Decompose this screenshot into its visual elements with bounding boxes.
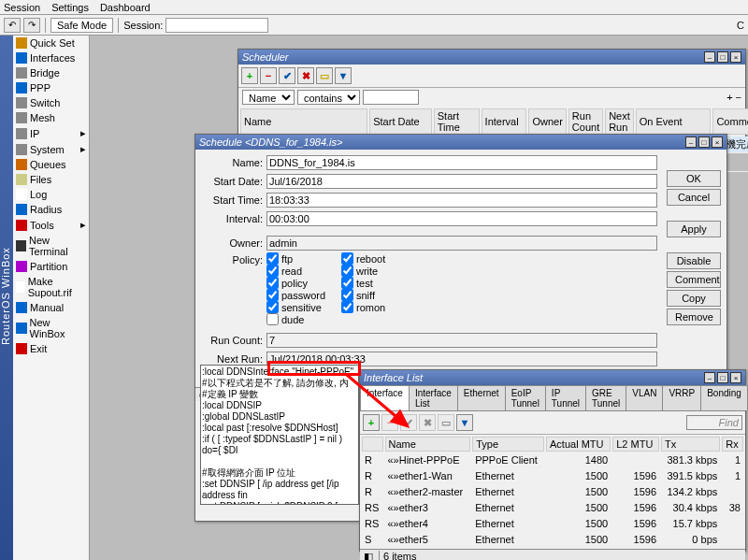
min-icon[interactable]: – (685, 136, 697, 148)
cancel-button[interactable]: Cancel (667, 189, 721, 206)
sidebar-item[interactable]: Tools▸ (13, 217, 89, 233)
policy-check[interactable]: password (266, 289, 341, 301)
remove-button[interactable]: − (381, 414, 398, 431)
policy-check[interactable]: sensitive (266, 301, 341, 313)
copy-button[interactable]: Copy (667, 290, 721, 307)
policy-check[interactable]: ftp (266, 252, 341, 265)
policy-checks: ftp reboot read write policy test passwo… (266, 252, 661, 325)
sidebar: Quick SetInterfacesBridgePPPSwitchMeshIP… (13, 36, 90, 560)
tab[interactable]: IP Tunnel (545, 385, 586, 410)
filter-op[interactable]: contains (297, 90, 360, 105)
min-icon[interactable]: – (704, 372, 715, 383)
apply-button[interactable]: Apply (667, 221, 721, 237)
iface-tabs: InterfaceInterface ListEthernetEoIP Tunn… (360, 385, 745, 411)
sidebar-item[interactable]: New WinBox (13, 315, 89, 341)
tab[interactable]: Bonding (700, 385, 748, 410)
scheduler-titlebar[interactable]: Scheduler –□× (238, 50, 745, 65)
table-row[interactable]: R«»ether2-masterEthernet15001596134.2 kb… (362, 485, 743, 499)
add-button[interactable]: + (363, 414, 380, 431)
policy-check[interactable]: policy (266, 277, 341, 289)
disable-button[interactable]: ✖ (419, 414, 436, 431)
startdate-input[interactable] (266, 174, 657, 189)
disable-button[interactable]: ✖ (297, 67, 314, 84)
sidebar-item[interactable]: Make Supout.rif (13, 274, 89, 300)
close-icon[interactable]: × (730, 372, 741, 383)
interval-input[interactable] (266, 211, 657, 226)
iface-titlebar[interactable]: Interface List –□× (360, 370, 745, 385)
comment-button[interactable]: ▭ (316, 67, 333, 84)
edit-titlebar[interactable]: Schedule <DDNS_for_1984.is> –□× (195, 135, 726, 150)
menu-settings[interactable]: Settings (51, 2, 89, 13)
remove-button[interactable]: − (260, 67, 277, 84)
sidebar-item[interactable]: Exit (13, 341, 89, 356)
tab[interactable]: VRRP (662, 385, 701, 410)
sidebar-item[interactable]: Quick Set (13, 36, 89, 50)
sidebar-item[interactable]: Switch (13, 95, 89, 110)
sidebar-item[interactable]: PPP (13, 80, 89, 95)
policy-check[interactable]: romon (341, 301, 416, 313)
session-label: Session: (123, 20, 163, 31)
filter-add[interactable]: + (726, 92, 732, 103)
min-icon[interactable]: – (704, 51, 715, 63)
sidebar-item[interactable]: Log (13, 187, 89, 202)
remove-button[interactable]: Remove (667, 309, 721, 325)
sidebar-item[interactable]: Mesh (13, 110, 89, 125)
tab[interactable]: Interface List (409, 385, 458, 410)
sidebar-item[interactable]: Radius (13, 202, 89, 217)
sidebar-item[interactable]: Manual (13, 300, 89, 315)
close-icon[interactable]: × (712, 136, 723, 148)
filter-field[interactable]: Name (242, 90, 295, 105)
undo-button[interactable]: ↶ (4, 18, 21, 33)
policy-check[interactable]: test (341, 277, 416, 289)
table-row[interactable]: RS«»ether4Ethernet1500159615.7 kbps (362, 517, 743, 531)
filter-value[interactable] (363, 90, 419, 105)
sidebar-item[interactable]: Partition (13, 259, 89, 274)
ok-button[interactable]: OK (667, 170, 721, 187)
close-icon[interactable]: × (730, 51, 741, 63)
sidebar-item[interactable]: Bridge (13, 65, 89, 80)
sidebar-item[interactable]: Interfaces (13, 50, 89, 65)
filter-remove[interactable]: − (736, 92, 741, 103)
interval-label: Interval: (203, 213, 263, 224)
tab[interactable]: GRE Tunnel (585, 385, 626, 410)
comment-button[interactable]: ▭ (438, 414, 454, 431)
table-row[interactable]: R«»Hinet-PPPoEPPPoE Client1480381.3 kbps… (362, 453, 743, 467)
find-input[interactable]: Find (686, 415, 742, 430)
script-editor[interactable]: :local DDNSInterface "Hinet-PPPoE"#以下程式若… (200, 365, 359, 505)
table-row[interactable]: S«»ether5Ethernet150015960 bps (362, 533, 743, 547)
enable-button[interactable]: ✔ (400, 414, 417, 431)
policy-check[interactable]: write (341, 265, 416, 277)
max-icon[interactable]: □ (717, 51, 728, 63)
enable-button[interactable]: ✔ (279, 67, 295, 84)
sidebar-item[interactable]: IP▸ (13, 125, 89, 141)
filter-button[interactable]: ▼ (335, 67, 352, 84)
policy-check[interactable]: reboot (341, 252, 416, 265)
tab[interactable]: EoIP Tunnel (505, 385, 546, 410)
table-row[interactable]: R«»ether1-WanEthernet15001596391.5 kbps1 (362, 469, 743, 483)
max-icon[interactable]: □ (717, 372, 728, 383)
name-input[interactable] (266, 155, 657, 170)
add-button[interactable]: + (241, 67, 258, 84)
redo-button[interactable]: ↷ (23, 18, 40, 33)
sidebar-item[interactable]: New Terminal (13, 233, 89, 259)
sidebar-item[interactable]: Files (13, 172, 89, 187)
tab[interactable]: VLAN (626, 385, 663, 410)
sidebar-item[interactable]: Queues (13, 157, 89, 172)
max-icon[interactable]: □ (698, 136, 710, 148)
starttime-input[interactable] (266, 193, 657, 208)
iface-table[interactable]: NameTypeActual MTUL2 MTUTxRx R«»Hinet-PP… (360, 435, 745, 549)
disable-button[interactable]: Disable (667, 252, 721, 269)
comment-button[interactable]: Comment (667, 271, 721, 288)
filter-button[interactable]: ▼ (456, 414, 473, 431)
policy-check[interactable]: sniff (341, 289, 416, 301)
sidebar-item[interactable]: System▸ (13, 141, 89, 157)
policy-check[interactable]: dude (266, 313, 341, 325)
top-menu: Session Settings Dashboard (0, 0, 748, 15)
tab[interactable]: Interface (360, 385, 410, 410)
menu-dashboard[interactable]: Dashboard (100, 2, 151, 13)
table-row[interactable]: RS«»ether3Ethernet1500159630.4 kbps38 (362, 501, 743, 515)
tab[interactable]: Ethernet (457, 385, 506, 410)
policy-check[interactable]: read (266, 265, 341, 277)
menu-session[interactable]: Session (4, 2, 40, 13)
safe-mode-button[interactable]: Safe Mode (50, 18, 113, 33)
